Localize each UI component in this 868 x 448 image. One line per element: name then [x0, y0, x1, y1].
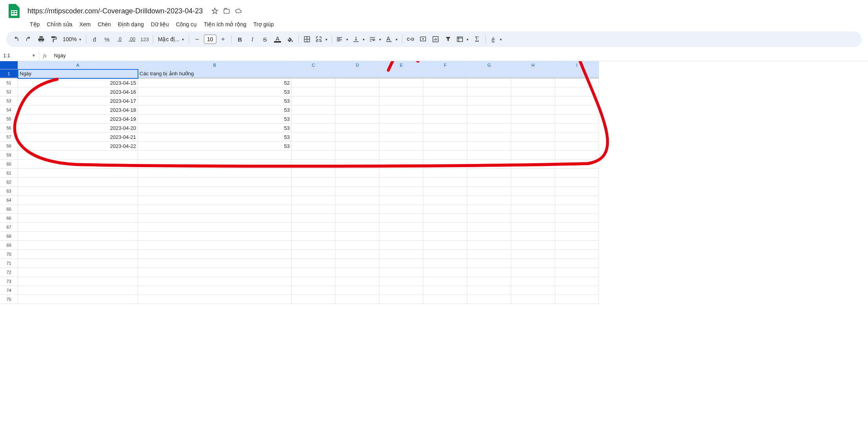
cell-C55[interactable]: [292, 115, 336, 124]
cell-D69[interactable]: [336, 241, 380, 250]
cell-D71[interactable]: [336, 259, 380, 268]
cell-D59[interactable]: [336, 151, 380, 160]
cell-G52[interactable]: [467, 87, 511, 97]
cell-B70[interactable]: [138, 250, 292, 259]
row-header-54[interactable]: 54: [0, 106, 18, 115]
column-header-I[interactable]: I: [555, 61, 599, 69]
cell-G59[interactable]: [467, 151, 511, 160]
column-header-H[interactable]: H: [511, 61, 555, 69]
increase-font-button[interactable]: +: [217, 33, 229, 45]
cell-D68[interactable]: [336, 232, 380, 241]
cell-C57[interactable]: [292, 133, 336, 142]
cell-A67[interactable]: [18, 223, 138, 232]
cell-G64[interactable]: [467, 196, 511, 205]
cell-H71[interactable]: [511, 259, 555, 268]
cell-C72[interactable]: [292, 268, 336, 277]
insert-comment-button[interactable]: [417, 33, 429, 45]
cell-I61[interactable]: [555, 169, 599, 178]
cell-E67[interactable]: [380, 223, 423, 232]
cell-D75[interactable]: [336, 295, 380, 304]
cell-E61[interactable]: [380, 169, 423, 178]
cell-H74[interactable]: [511, 286, 555, 295]
text-color-button[interactable]: [272, 33, 283, 45]
menu-trợ-giúp[interactable]: Trợ giúp: [250, 20, 277, 29]
cell-C68[interactable]: [292, 232, 336, 241]
cell-H53[interactable]: [511, 97, 555, 106]
cell-D62[interactable]: [336, 178, 380, 187]
cell-H55[interactable]: [511, 115, 555, 124]
cell-C73[interactable]: [292, 277, 336, 286]
cell-A66[interactable]: [18, 214, 138, 223]
cell-C74[interactable]: [292, 286, 336, 295]
cell-B59[interactable]: [138, 151, 292, 160]
cell-H67[interactable]: [511, 223, 555, 232]
column-header-F[interactable]: F: [423, 61, 467, 69]
column-header-C[interactable]: C: [292, 61, 336, 69]
cell-A57[interactable]: 2023-04-21: [18, 133, 138, 142]
row-header-65[interactable]: 65: [0, 205, 18, 214]
cell-G1[interactable]: [467, 69, 511, 78]
move-icon[interactable]: [223, 7, 230, 15]
cell-E68[interactable]: [380, 232, 423, 241]
cell-F60[interactable]: [423, 160, 467, 169]
cell-I54[interactable]: [555, 106, 599, 115]
menu-tệp[interactable]: Tệp: [27, 20, 43, 29]
row-header-72[interactable]: 72: [0, 268, 18, 277]
cell-F67[interactable]: [423, 223, 467, 232]
cell-C60[interactable]: [292, 160, 336, 169]
name-box[interactable]: 1:1 ▼: [0, 50, 39, 61]
cell-B52[interactable]: 53: [138, 87, 292, 97]
cell-B63[interactable]: [138, 187, 292, 196]
cell-H52[interactable]: [511, 87, 555, 97]
cell-E74[interactable]: [380, 286, 423, 295]
cell-B75[interactable]: [138, 295, 292, 304]
cell-H61[interactable]: [511, 169, 555, 178]
cell-E72[interactable]: [380, 268, 423, 277]
cell-A75[interactable]: [18, 295, 138, 304]
cell-G51[interactable]: [467, 78, 511, 87]
cell-D53[interactable]: [336, 97, 380, 106]
cell-H64[interactable]: [511, 196, 555, 205]
cell-F70[interactable]: [423, 250, 467, 259]
cell-B64[interactable]: [138, 196, 292, 205]
cell-F71[interactable]: [423, 259, 467, 268]
cell-F53[interactable]: [423, 97, 467, 106]
cell-I60[interactable]: [555, 160, 599, 169]
cell-D74[interactable]: [336, 286, 380, 295]
cell-C59[interactable]: [292, 151, 336, 160]
cell-G68[interactable]: [467, 232, 511, 241]
cell-G60[interactable]: [467, 160, 511, 169]
cell-F56[interactable]: [423, 124, 467, 133]
text-wrap-dropdown[interactable]: ▾: [367, 33, 383, 45]
cell-B57[interactable]: 53: [138, 133, 292, 142]
cell-F65[interactable]: [423, 205, 467, 214]
row-header-61[interactable]: 61: [0, 169, 18, 178]
cell-E58[interactable]: [380, 142, 423, 151]
insert-link-button[interactable]: [405, 33, 416, 45]
row-header-58[interactable]: 58: [0, 142, 18, 151]
cell-D70[interactable]: [336, 250, 380, 259]
cell-G67[interactable]: [467, 223, 511, 232]
cell-A1[interactable]: Ngày: [18, 69, 138, 78]
cell-I64[interactable]: [555, 196, 599, 205]
cell-G58[interactable]: [467, 142, 511, 151]
menu-công-cụ[interactable]: Công cụ: [173, 20, 200, 29]
cell-E57[interactable]: [380, 133, 423, 142]
cell-B60[interactable]: [138, 160, 292, 169]
cell-H66[interactable]: [511, 214, 555, 223]
cell-I68[interactable]: [555, 232, 599, 241]
cell-A69[interactable]: [18, 241, 138, 250]
spreadsheet-grid[interactable]: ABCDEFGHI1NgàyCác trang bị ảnh hưởng5120…: [0, 61, 868, 304]
cell-H69[interactable]: [511, 241, 555, 250]
cell-D52[interactable]: [336, 87, 380, 97]
cell-B61[interactable]: [138, 169, 292, 178]
cell-H72[interactable]: [511, 268, 555, 277]
cell-H58[interactable]: [511, 142, 555, 151]
cell-A64[interactable]: [18, 196, 138, 205]
row-header-59[interactable]: 59: [0, 151, 18, 160]
cell-B53[interactable]: 53: [138, 97, 292, 106]
cell-A56[interactable]: 2023-04-20: [18, 124, 138, 133]
print-button[interactable]: [35, 33, 47, 45]
cell-I55[interactable]: [555, 115, 599, 124]
cell-B69[interactable]: [138, 241, 292, 250]
